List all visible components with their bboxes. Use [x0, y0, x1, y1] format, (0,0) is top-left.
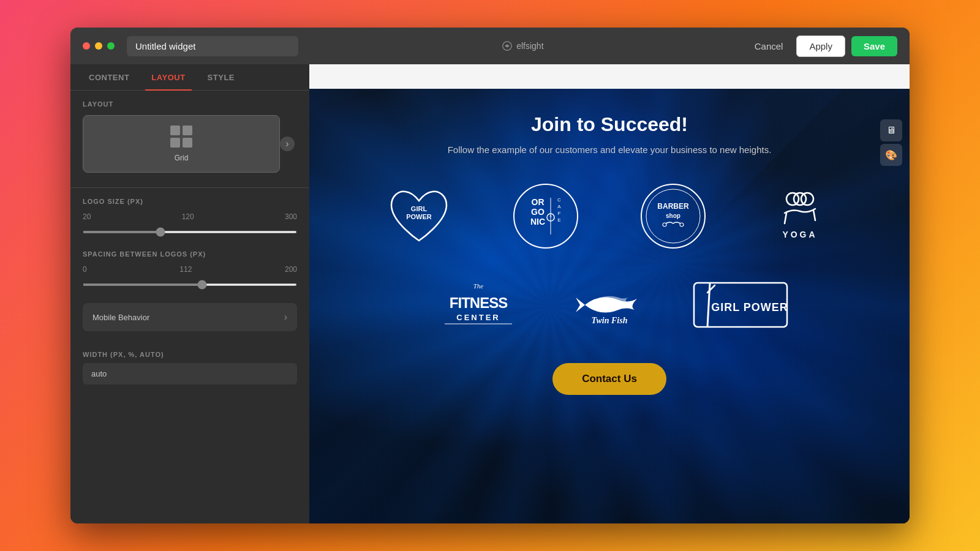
preview-subtitle: Follow the example of our customers and … — [448, 144, 772, 155]
cancel-button[interactable]: Cancel — [747, 36, 791, 56]
tab-style[interactable]: STYLE — [202, 64, 241, 90]
width-section: WIDTH (PX, %, AUTO) — [70, 351, 309, 394]
logo-size-max: 300 — [285, 212, 297, 221]
logo-size-range-row: 20 120 300 — [83, 212, 297, 221]
svg-text:FITNESS: FITNESS — [450, 294, 508, 311]
spacing-section: SPACING BETWEEN LOGOS (PX) 0 112 200 — [70, 250, 309, 303]
header-actions: Cancel Apply Save — [747, 36, 897, 57]
divider-1 — [70, 187, 309, 188]
contact-button[interactable]: Contact Us — [552, 363, 666, 395]
mobile-behavior-chevron: › — [284, 312, 287, 323]
brand-name: elfsight — [516, 41, 543, 51]
width-input[interactable] — [83, 363, 297, 384]
desktop-view-button[interactable]: 🖥 — [880, 119, 902, 141]
preview-top-bar — [309, 64, 910, 89]
svg-text:GIRL POWER: GIRL POWER — [711, 301, 788, 313]
spacing-label: SPACING BETWEEN LOGOS (PX) — [83, 250, 297, 258]
mobile-behavior-section: Mobile Behavior › — [70, 303, 309, 351]
svg-text:F: F — [558, 211, 561, 216]
preview-area: 🖥 🎨 Join to Succeed! Follow the example … — [309, 64, 910, 523]
logo-size-slider[interactable] — [83, 231, 297, 233]
grid-layout-option[interactable]: Grid — [83, 115, 280, 173]
sidebar-tabs: CONTENT LAYOUT STYLE — [70, 64, 309, 91]
svg-point-3 — [514, 184, 578, 248]
svg-text:E: E — [558, 217, 561, 223]
mobile-behavior-label: Mobile Behavior — [92, 313, 149, 322]
logo-size-label: LOGO SIZE (PX) — [83, 198, 297, 205]
spacing-max: 200 — [285, 265, 297, 274]
logo-yoga: YOGA — [745, 179, 854, 253]
layout-section-label: LAYOUT — [83, 100, 297, 108]
grid-layout-label: Grid — [175, 154, 189, 162]
logo-grid-row2: The FITNESS CENTER — [423, 271, 797, 339]
grid-icon — [170, 126, 192, 148]
svg-text:CENTER: CENTER — [457, 313, 500, 322]
svg-text:A: A — [558, 204, 562, 209]
close-button[interactable] — [83, 42, 90, 50]
svg-text:BARBER: BARBER — [657, 202, 689, 211]
spacing-current: 112 — [179, 265, 192, 274]
logo-grid-row1: GIRL POWER OR GO NIC — [365, 179, 854, 253]
layout-next-button[interactable]: › — [280, 137, 295, 151]
minimize-button[interactable] — [95, 42, 102, 50]
apply-button[interactable]: Apply — [796, 36, 845, 57]
logo-size-min: 20 — [83, 212, 91, 221]
preview-content: Join to Succeed! Follow the example of o… — [309, 89, 910, 407]
tab-layout[interactable]: LAYOUT — [145, 64, 191, 91]
side-toolbar: 🖥 🎨 — [880, 119, 902, 166]
svg-point-17 — [663, 223, 666, 227]
svg-text:GIRL: GIRL — [411, 205, 428, 212]
logo-fitness-center: The FITNESS CENTER — [423, 271, 535, 339]
svg-text:Twin Fish: Twin Fish — [591, 316, 627, 325]
header-bar: elfsight Cancel Apply Save — [70, 28, 910, 64]
svg-point-20 — [801, 193, 813, 205]
logo-size-current: 120 — [182, 212, 194, 221]
logo-organic-cafe: OR GO NIC C A F E — [492, 179, 600, 253]
layout-section: LAYOUT Grid › — [70, 100, 309, 182]
spacing-slider[interactable] — [83, 283, 297, 286]
mobile-behavior-row[interactable]: Mobile Behavior › — [83, 303, 297, 331]
svg-text:The: The — [473, 282, 484, 290]
style-paint-button[interactable]: 🎨 — [880, 144, 902, 166]
svg-text:NIC: NIC — [530, 217, 545, 227]
spacing-range-row: 0 112 200 — [83, 265, 297, 274]
sidebar: CONTENT LAYOUT STYLE LAYOUT Grid — [70, 64, 309, 523]
svg-text:OR: OR — [532, 197, 545, 207]
width-label: WIDTH (PX, %, AUTO) — [83, 351, 297, 358]
svg-point-18 — [680, 223, 684, 227]
logo-barber-shop: BARBER shop — [619, 179, 727, 253]
svg-text:YOGA: YOGA — [782, 230, 817, 239]
svg-text:C: C — [557, 197, 561, 203]
brand-logo: elfsight — [306, 40, 740, 51]
logo-twin-fish: Twin Fish — [553, 271, 666, 339]
svg-text:POWER: POWER — [406, 213, 432, 220]
logo-girl-power: GIRL POWER — [365, 179, 473, 253]
logo-girl-power-alt: GIRL POWER — [684, 271, 797, 339]
preview-bg: 🖥 🎨 Join to Succeed! Follow the example … — [309, 89, 910, 523]
preview-title: Join to Succeed! — [531, 113, 688, 136]
logo-size-section: LOGO SIZE (PX) 20 120 300 — [70, 198, 309, 250]
svg-text:shop: shop — [666, 212, 680, 219]
widget-title-input[interactable] — [127, 36, 298, 56]
svg-line-29 — [707, 283, 710, 327]
spacing-min: 0 — [83, 265, 87, 274]
svg-point-21 — [794, 193, 806, 205]
svg-point-19 — [786, 193, 799, 205]
app-window: elfsight Cancel Apply Save CONTENT LAYOU… — [70, 28, 910, 523]
fullscreen-button[interactable] — [107, 42, 115, 50]
body-area: CONTENT LAYOUT STYLE LAYOUT Grid — [70, 64, 910, 523]
save-button[interactable]: Save — [851, 36, 897, 56]
tab-content[interactable]: CONTENT — [83, 64, 135, 90]
svg-text:GO: GO — [531, 207, 545, 217]
